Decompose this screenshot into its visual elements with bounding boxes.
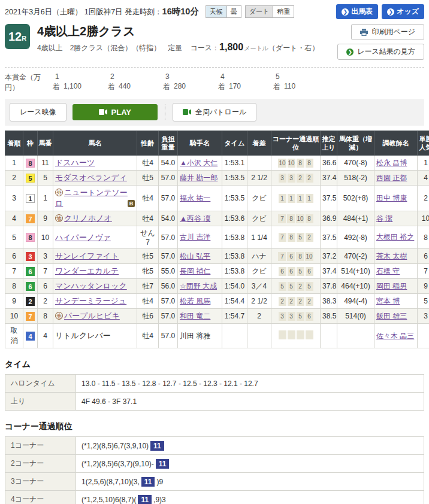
jockey-link[interactable]: 福永 祐一 bbox=[180, 194, 210, 202]
margin: 2 bbox=[247, 309, 271, 324]
bred-mark: 地 bbox=[55, 312, 63, 320]
horse-name-link[interactable]: マンハッタンロック bbox=[55, 281, 127, 290]
corner-position-box: 3 bbox=[279, 312, 286, 321]
corner-position-box: 3 bbox=[288, 174, 295, 183]
race-conditions: 4歳以上 2勝クラス（混合）（特指） 定量 コース：1,800メートル（ダート・… bbox=[37, 42, 337, 53]
corner-position-box: 6 bbox=[287, 252, 295, 261]
corner-positions: 5525 bbox=[271, 279, 321, 294]
corner-position-box bbox=[288, 330, 295, 339]
corner-position-box bbox=[306, 330, 313, 339]
corner-table: 1コーナー(*1,2)(8,5)6,7(3,9,10)112コーナー(*1,2)… bbox=[5, 436, 424, 504]
finish-position: 取消 bbox=[5, 324, 23, 348]
jockey-link[interactable]: 古川 吉洋 bbox=[180, 233, 210, 241]
start-time-label: 発走時刻： bbox=[125, 8, 162, 16]
corner-order-value: (*1,2)(8,5)6,7(3,9,10)11 bbox=[76, 437, 424, 455]
trainer-cell: 茶木 太樹 bbox=[374, 249, 418, 264]
jockey-link[interactable]: 和田 竜二 bbox=[180, 312, 210, 320]
finish-position: 7 bbox=[5, 264, 23, 279]
corner-row: 4コーナー(*1,2,5,10)6(8,7)(11,9)3 bbox=[5, 491, 424, 504]
winner-number-badge: 11 bbox=[156, 459, 170, 469]
prize-value-row: 着110 bbox=[273, 82, 326, 92]
play-button[interactable]: PLAY bbox=[72, 104, 158, 120]
jockey-link[interactable]: 長岡 禎仁 bbox=[180, 267, 210, 275]
corner-position-box: 2 bbox=[279, 297, 286, 306]
win-popularity: 3 bbox=[418, 309, 429, 324]
trainer-cell: 佐々木 晶三 bbox=[374, 324, 418, 348]
horse-name-link[interactable]: サンレイファイト bbox=[55, 251, 119, 260]
sex-age: 牡4 bbox=[137, 186, 159, 211]
horse-name-link[interactable]: クリノホノオ bbox=[64, 214, 112, 223]
horse-name-link[interactable]: モダスオペランディ bbox=[55, 173, 127, 182]
weather-value: 曇 bbox=[226, 5, 241, 18]
trainer-link[interactable]: 飯田 雄三 bbox=[376, 312, 407, 320]
horse-weight: 484(+1) bbox=[337, 211, 374, 226]
frame-cell: 4 bbox=[23, 324, 38, 348]
jockey-link[interactable]: 松若 風馬 bbox=[180, 297, 210, 305]
trainer-link[interactable]: 田中 博康 bbox=[376, 194, 407, 202]
results-column-header: 着順 bbox=[5, 130, 23, 156]
corner-row: 1コーナー(*1,2)(8,5)6,7(3,9,10)11 bbox=[5, 437, 424, 455]
time-row-value: 13.0 - 11.5 - 13.5 - 12.8 - 12.7 - 12.5 … bbox=[76, 375, 424, 393]
win-popularity: 5 bbox=[418, 294, 429, 309]
horse-name-link[interactable]: ドスハーツ bbox=[55, 158, 95, 167]
corner-row-label: 3コーナー bbox=[5, 473, 76, 491]
carried-weight: 56.0 bbox=[159, 279, 178, 294]
trainer-link[interactable]: 岡田 稲男 bbox=[376, 282, 407, 290]
header-buttons: 印刷用ページ ❯ レース結果の見方 bbox=[337, 24, 424, 60]
top-buttons: ❯出馬表 ❯オッズ bbox=[336, 4, 424, 19]
horse-name-link[interactable]: ワンダーエカルテ bbox=[55, 266, 119, 275]
time-section-heading: タイム bbox=[5, 359, 424, 370]
prize-value-row: 着440 bbox=[108, 82, 161, 92]
race-video-button[interactable]: レース映像 bbox=[10, 103, 67, 122]
time-table: ハロンタイム13.0 - 11.5 - 13.5 - 12.8 - 12.7 -… bbox=[5, 374, 424, 411]
track-value: 稍重 bbox=[273, 5, 294, 18]
trainer-link[interactable]: 佐々木 晶三 bbox=[376, 332, 414, 340]
result-guide-button[interactable]: ❯ レース結果の見方 bbox=[337, 44, 424, 60]
horse-name-link[interactable]: サンデーミラージュ bbox=[55, 296, 126, 305]
trainer-link[interactable]: 宮本 博 bbox=[376, 297, 400, 305]
corner-position-box: 1 bbox=[279, 194, 286, 203]
corner-position-box: 3 bbox=[279, 174, 286, 183]
jockey-link[interactable]: 藤井 勘一郎 bbox=[180, 174, 217, 182]
trainer-link[interactable]: 松永 昌博 bbox=[376, 159, 407, 167]
jockey-cell: ▲西谷 凜 bbox=[178, 211, 222, 226]
odds-button[interactable]: ❯オッズ bbox=[382, 4, 424, 19]
corner-position-box: 10 bbox=[278, 159, 286, 168]
prize-place: 1 bbox=[53, 72, 105, 81]
corner-position-box bbox=[297, 330, 304, 339]
corner-position-box: 6 bbox=[288, 267, 295, 276]
shutsuba-button[interactable]: ❯出馬表 bbox=[336, 4, 378, 19]
horse-name-link[interactable]: ハイパーノヴァ bbox=[55, 233, 111, 242]
jockey-link[interactable]: 松山 弘平 bbox=[180, 252, 210, 260]
trainer-link[interactable]: 西園 正都 bbox=[376, 174, 407, 182]
chevron-circle-icon: ❯ bbox=[346, 48, 354, 56]
finish-position: 10 bbox=[5, 309, 23, 324]
winner-number-badge: 11 bbox=[150, 441, 164, 451]
horse-name-link[interactable]: パープルヒビキ bbox=[64, 311, 120, 320]
trainer-link[interactable]: 大根田 裕之 bbox=[376, 233, 414, 241]
result-row: 1078地パープルヒビキ牡657.0和田 竜二1:54.72335638.551… bbox=[5, 309, 429, 324]
corner-position-box: 8 bbox=[287, 214, 295, 223]
jockey-link[interactable]: ☆団野 大成 bbox=[180, 282, 217, 290]
horse-name-link[interactable]: ニュートンテソーロ bbox=[55, 188, 128, 208]
frame-badge: 8 bbox=[26, 159, 35, 168]
horse-name-link: リトルクレバー bbox=[55, 331, 111, 340]
jockey-link[interactable]: ▲小沢 大仁 bbox=[180, 159, 217, 167]
last-3f: 37.5 bbox=[321, 226, 337, 249]
jockey-link[interactable]: ▲西谷 凜 bbox=[180, 214, 210, 223]
sex-age: 牡5 bbox=[137, 249, 159, 264]
frame-cell: 7 bbox=[23, 309, 38, 324]
corner-order-pre: (*1,2)(8,5)6(3,7)(9,10)- bbox=[81, 460, 154, 468]
corner-position-box: 8 bbox=[288, 233, 295, 242]
finish-position: 6 bbox=[5, 249, 23, 264]
margin: 2 1/2 bbox=[247, 294, 271, 309]
carried-weight: 57.0 bbox=[159, 171, 178, 186]
print-page-button[interactable]: 印刷用ページ bbox=[351, 24, 424, 40]
result-row: 1811ドスハーツ牡454.0▲小沢 大仁1:53.110108836.6470… bbox=[5, 156, 429, 171]
trainer-link[interactable]: 茶木 太樹 bbox=[376, 252, 407, 260]
finish-position: 1 bbox=[5, 156, 23, 171]
horse-name-cell: リトルクレバー bbox=[53, 324, 137, 348]
trainer-link[interactable]: 石橋 守 bbox=[376, 267, 400, 275]
trainer-link[interactable]: 谷 潔 bbox=[376, 214, 392, 223]
patrol-video-button[interactable]: 全周パトロール bbox=[173, 103, 256, 122]
